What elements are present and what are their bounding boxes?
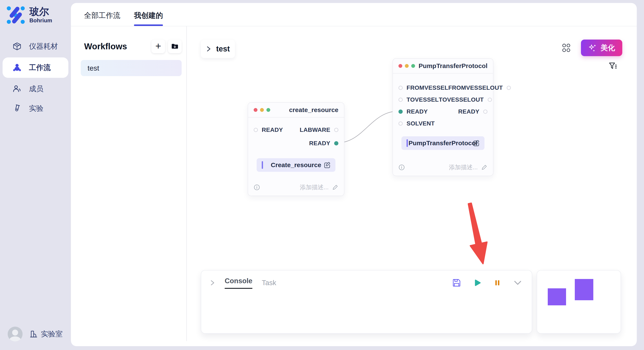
port-label: READY — [309, 140, 330, 147]
description-placeholder[interactable]: 添加描述... — [449, 163, 478, 172]
sidebar-item-workflow[interactable]: 工作流 — [2, 57, 68, 78]
pencil-icon[interactable] — [481, 164, 488, 171]
breadcrumb-label: test — [216, 44, 230, 53]
node-title: PumpTransferProtocol — [419, 62, 488, 70]
port-label: READY — [458, 108, 480, 115]
dot-green-icon — [266, 108, 270, 112]
port-label: READY — [262, 127, 283, 133]
port-dot[interactable] — [398, 121, 403, 126]
tab-label: 全部工作流 — [84, 11, 120, 19]
save-icon[interactable] — [452, 278, 461, 287]
input-port-tovessel: TOVESSEL — [398, 96, 439, 103]
port-dot[interactable] — [488, 98, 492, 102]
node-action-pill[interactable]: Create_resource — [256, 158, 336, 172]
node-ports: FROMVESSEL FROMVESSELOUT TOVESSEL TOVESS… — [393, 83, 493, 150]
building-icon — [29, 330, 38, 339]
tab-created-by-me[interactable]: 我创建的 — [134, 11, 163, 26]
collapse-chevron-down-icon[interactable] — [513, 280, 522, 286]
port-label: READY — [406, 108, 428, 115]
traffic-dots — [398, 64, 415, 68]
console-tab[interactable]: Console — [225, 277, 252, 289]
input-port-solvent: SOLVENT — [398, 120, 435, 127]
dot-red-icon — [254, 108, 258, 112]
dot-yellow-icon — [260, 108, 264, 112]
run-play-icon[interactable] — [473, 279, 482, 287]
console-actions — [452, 278, 522, 287]
task-tab[interactable]: Task — [262, 279, 276, 287]
import-folder-button[interactable] — [168, 39, 182, 53]
node-action-pill[interactable]: PumpTransferProtocol — [402, 136, 484, 150]
port-dot[interactable] — [334, 128, 338, 132]
pill-label: Create_resource — [271, 161, 321, 169]
expand-chevron-icon[interactable] — [210, 279, 215, 286]
edit-square-icon[interactable] — [324, 161, 331, 169]
pencil-icon[interactable] — [332, 184, 338, 190]
pill-label: PumpTransferProtocol — [408, 140, 477, 147]
workflow-list-panel: Workflows + test — [71, 26, 187, 341]
brand-logo: 玻尔 Bohrium — [6, 5, 52, 25]
tab-all-workflows[interactable]: 全部工作流 — [84, 11, 120, 26]
node-create-resource[interactable]: create_resource READY LABWARE — [248, 102, 344, 196]
main-content: 全部工作流 我创建的 Workflows + — [71, 3, 637, 346]
dot-yellow-icon — [405, 64, 409, 68]
brand-title: 玻尔 — [30, 6, 52, 16]
sidebar-item-members[interactable]: 成员 — [0, 79, 71, 99]
workspace-label: 实验室 — [41, 329, 62, 339]
command-grid-icon[interactable] — [561, 43, 571, 53]
test-tube-icon — [12, 104, 22, 113]
folder-download-icon — [171, 42, 179, 50]
port-dot[interactable] — [507, 86, 511, 90]
pill-accent-bar — [406, 139, 408, 147]
minimap-node-create-resource — [548, 288, 566, 305]
tab-label: 我创建的 — [134, 11, 163, 19]
add-workflow-button[interactable]: + — [152, 39, 165, 53]
edit-square-icon[interactable] — [472, 140, 480, 147]
filter-icon[interactable] — [608, 61, 618, 71]
port-dot[interactable] — [398, 86, 403, 90]
sidebar-footer: 实验室 — [8, 327, 62, 342]
port-dot[interactable] — [398, 98, 403, 102]
workflow-panel-header: Workflows + — [71, 26, 186, 53]
console-panel: Console Task — [201, 270, 532, 334]
output-port-ready: READY — [309, 140, 338, 147]
pause-icon[interactable] — [494, 279, 501, 287]
sidebar-item-label: 实验 — [29, 104, 44, 113]
port-label: SOLVENT — [406, 120, 435, 127]
sidebar-item-label: 成员 — [29, 84, 44, 94]
node-ports: READY LABWARE READY Create_ — [248, 125, 344, 172]
beautify-button[interactable]: 美化 — [581, 39, 622, 56]
info-icon[interactable] — [398, 164, 405, 171]
sidebar-item-label: 仪器耗材 — [29, 41, 58, 51]
port-dot[interactable] — [483, 110, 488, 114]
output-port-fromvesselout: FROMVESSELOUT — [448, 84, 511, 91]
output-port-tovesselout: TOVESSELOUT — [439, 96, 492, 103]
port-dot[interactable] — [254, 128, 258, 132]
user-avatar[interactable] — [8, 327, 22, 342]
port-label: LABWARE — [300, 127, 330, 133]
workspace-switcher[interactable]: 实验室 — [29, 329, 62, 339]
plus-icon: + — [156, 41, 161, 51]
node-pump-transfer-protocol[interactable]: PumpTransferProtocol FROMVESSEL FROMVESS… — [392, 58, 494, 176]
dot-green-icon — [411, 64, 415, 68]
port-label: FROMVESSELOUT — [448, 84, 503, 91]
brand-subtitle: Bohrium — [30, 18, 52, 23]
info-icon[interactable] — [254, 184, 260, 190]
workflow-list-item[interactable]: test — [81, 60, 182, 76]
dot-red-icon — [398, 64, 402, 68]
sidebar-nav: 仪器耗材 工作流 成员 — [0, 37, 71, 118]
workflow-canvas[interactable]: test 美化 — [187, 26, 637, 346]
workflow-person-icon — [12, 63, 22, 72]
port-dot-connected[interactable] — [334, 141, 338, 146]
port-label: TOVESSEL — [406, 96, 439, 103]
input-port-fromvessel: FROMVESSEL — [398, 84, 448, 91]
canvas-top-controls: 美化 — [561, 39, 622, 56]
sidebar-item-label: 工作流 — [29, 63, 51, 72]
sidebar-item-experiments[interactable]: 实验 — [0, 99, 71, 118]
canvas-breadcrumb[interactable]: test — [201, 40, 235, 58]
sparkles-icon — [588, 44, 597, 52]
minimap-panel[interactable] — [537, 270, 621, 334]
package-box-icon — [12, 42, 22, 51]
sidebar-item-instruments[interactable]: 仪器耗材 — [0, 37, 71, 56]
description-placeholder[interactable]: 添加描述... — [300, 183, 328, 191]
port-dot-connected[interactable] — [398, 110, 403, 114]
